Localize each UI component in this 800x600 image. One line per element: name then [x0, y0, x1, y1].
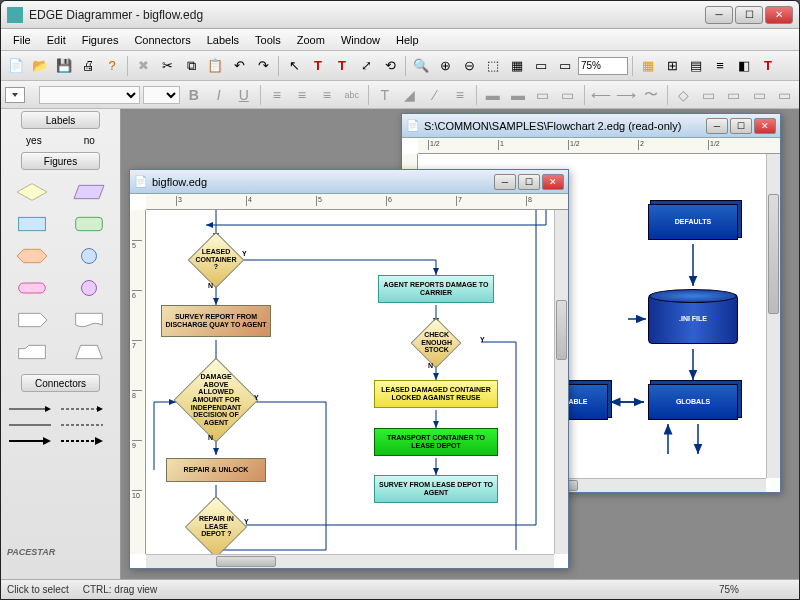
labels-header[interactable]: Labels — [21, 111, 100, 129]
zoompage-icon[interactable]: ▦ — [506, 55, 528, 77]
text3-icon[interactable]: T — [757, 55, 779, 77]
shape-transport[interactable]: TRANSPORT CONTAINER TO LEASE DEPOT — [374, 428, 498, 456]
close-button[interactable]: ✕ — [765, 6, 793, 24]
figures-header[interactable]: Figures — [21, 152, 100, 170]
minimize-button[interactable]: ─ — [705, 6, 733, 24]
bold-button[interactable]: B — [183, 84, 205, 106]
rotate-icon[interactable]: ⟲ — [379, 55, 401, 77]
front-canvas[interactable]: LEASED CONTAINER ? Y N SURVEY REPORT FRO… — [146, 210, 554, 554]
shape-repair-unlock[interactable]: REPAIR & UNLOCK — [166, 458, 266, 482]
figure-rect[interactable] — [9, 212, 56, 236]
end-arrow-icon[interactable]: ⟶ — [615, 84, 637, 106]
shape-leased-q[interactable]: LEASED CONTAINER ? — [188, 232, 245, 289]
conn-solid[interactable] — [9, 416, 51, 426]
back-close-button[interactable]: ✕ — [754, 118, 776, 134]
front-scroll-v[interactable] — [554, 210, 568, 554]
flip-icon[interactable]: ⤢ — [355, 55, 377, 77]
zoom-combo[interactable] — [578, 57, 628, 75]
menu-connectors[interactable]: Connectors — [128, 32, 196, 48]
shape5-icon[interactable]: ▭ — [773, 84, 795, 106]
label-no[interactable]: no — [84, 135, 95, 146]
abc-icon[interactable]: abc — [341, 84, 363, 106]
figure-tab[interactable] — [9, 340, 56, 364]
figure-rounded[interactable] — [66, 212, 113, 236]
italic-button[interactable]: I — [208, 84, 230, 106]
menu-edit[interactable]: Edit — [41, 32, 72, 48]
menu-file[interactable]: File — [7, 32, 37, 48]
align-icon[interactable]: ≡ — [709, 55, 731, 77]
shape-leased-locked[interactable]: LEASED DAMAGED CONTAINER LOCKED AGAINST … — [374, 380, 498, 408]
shape-agent-reports[interactable]: AGENT REPORTS DAMAGE TO CARRIER — [378, 275, 494, 303]
connectors-header[interactable]: Connectors — [21, 374, 100, 392]
back-scroll-v[interactable] — [766, 154, 780, 478]
menu-labels[interactable]: Labels — [201, 32, 245, 48]
fillcolor-icon[interactable]: ◢ — [399, 84, 421, 106]
cut-icon[interactable]: ✂ — [156, 55, 178, 77]
figure-parallelogram[interactable] — [66, 180, 113, 204]
open-icon[interactable]: 📂 — [29, 55, 51, 77]
menu-figures[interactable]: Figures — [76, 32, 125, 48]
textcolor-icon[interactable]: T — [374, 84, 396, 106]
front-min-button[interactable]: ─ — [494, 174, 516, 190]
print-icon[interactable]: 🖨 — [77, 55, 99, 77]
align-right-icon[interactable]: ≡ — [316, 84, 338, 106]
undo-icon[interactable]: ↶ — [228, 55, 250, 77]
figure-circle-purple[interactable] — [66, 276, 113, 300]
shape-inifile[interactable]: .INI FILE — [648, 294, 738, 344]
shape-survey[interactable]: SURVEY REPORT FROM DISCHARGE QUAY TO AGE… — [161, 305, 271, 337]
front-icon[interactable]: ▬ — [482, 84, 504, 106]
shape4-icon[interactable]: ▭ — [748, 84, 770, 106]
pointer-icon[interactable]: ↖ — [283, 55, 305, 77]
shape-globals[interactable]: GLOBALS — [648, 384, 738, 420]
figure-pill[interactable] — [9, 276, 56, 300]
figure-trapezoid[interactable] — [66, 340, 113, 364]
help-icon[interactable]: ? — [101, 55, 123, 77]
zoom2-icon[interactable]: ▭ — [554, 55, 576, 77]
shape-survey-depot[interactable]: SURVEY FROM LEASE DEPOT TO AGENT — [374, 475, 498, 503]
back-min-button[interactable]: ─ — [706, 118, 728, 134]
figure-circle-blue[interactable] — [66, 244, 113, 268]
back-max-button[interactable]: ☐ — [730, 118, 752, 134]
group-icon[interactable]: ▭ — [532, 84, 554, 106]
maximize-button[interactable]: ☐ — [735, 6, 763, 24]
style-icon[interactable]: ◧ — [733, 55, 755, 77]
ungroup-icon[interactable]: ▭ — [557, 84, 579, 106]
conn-dashed-arrow[interactable] — [61, 400, 103, 410]
snap-icon[interactable]: ⊞ — [661, 55, 683, 77]
front-close-button[interactable]: ✕ — [542, 174, 564, 190]
font-combo[interactable] — [39, 86, 140, 104]
label-yes[interactable]: yes — [26, 135, 42, 146]
child-window-front[interactable]: 📄 bigflow.edg ─ ☐ ✕ 345678 5678910 — [129, 169, 569, 569]
zoom1-icon[interactable]: ▭ — [530, 55, 552, 77]
back-icon[interactable]: ▬ — [507, 84, 529, 106]
conn-dashed[interactable] — [61, 416, 103, 426]
delete-icon[interactable]: ✖ — [132, 55, 154, 77]
text2-icon[interactable]: T — [331, 55, 353, 77]
zoomsel-icon[interactable]: ⬚ — [482, 55, 504, 77]
shape-check-stock[interactable]: CHECK ENOUGH STOCK — [411, 318, 462, 369]
shape-defaults[interactable]: DEFAULTS — [648, 204, 738, 240]
shape1-icon[interactable]: ◇ — [673, 84, 695, 106]
figure-doc[interactable] — [66, 308, 113, 332]
menu-window[interactable]: Window — [335, 32, 386, 48]
shape-repair-q[interactable]: REPAIR IN LEASE DEPOT ? — [185, 496, 247, 554]
menu-zoom[interactable]: Zoom — [291, 32, 331, 48]
redo-icon[interactable]: ↷ — [252, 55, 274, 77]
layers-icon[interactable]: ▤ — [685, 55, 707, 77]
figure-diamond[interactable] — [9, 180, 56, 204]
grid-icon[interactable]: ▦ — [637, 55, 659, 77]
zoomfit-icon[interactable]: 🔍 — [410, 55, 432, 77]
shape-damage[interactable]: DAMAGE ABOVE ALLOWED AMOUNT FOR INDEPEND… — [174, 358, 259, 443]
front-max-button[interactable]: ☐ — [518, 174, 540, 190]
figure-hexagon[interactable] — [9, 244, 56, 268]
new-icon[interactable]: 📄 — [5, 55, 27, 77]
menu-help[interactable]: Help — [390, 32, 425, 48]
save-icon[interactable]: 💾 — [53, 55, 75, 77]
menu-tools[interactable]: Tools — [249, 32, 287, 48]
color-picker[interactable] — [5, 87, 25, 103]
align-center-icon[interactable]: ≡ — [291, 84, 313, 106]
underline-button[interactable]: U — [233, 84, 255, 106]
conn-solid-arrow[interactable] — [9, 400, 51, 410]
shape2-icon[interactable]: ▭ — [698, 84, 720, 106]
shape3-icon[interactable]: ▭ — [723, 84, 745, 106]
